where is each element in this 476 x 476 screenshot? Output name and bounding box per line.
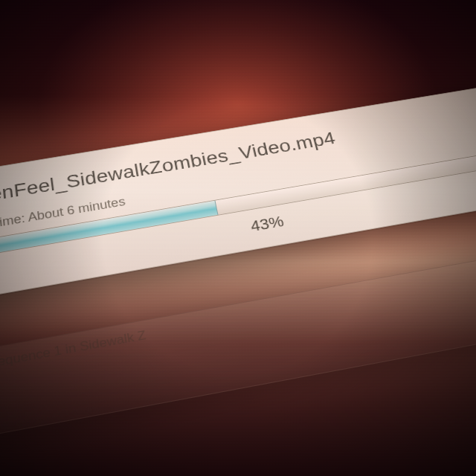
screen-photo: TheOpenFeel_SidewalkZombies_Video.mp4 Es… [0,0,476,476]
screen-plane: TheOpenFeel_SidewalkZombies_Video.mp4 Es… [0,73,476,449]
